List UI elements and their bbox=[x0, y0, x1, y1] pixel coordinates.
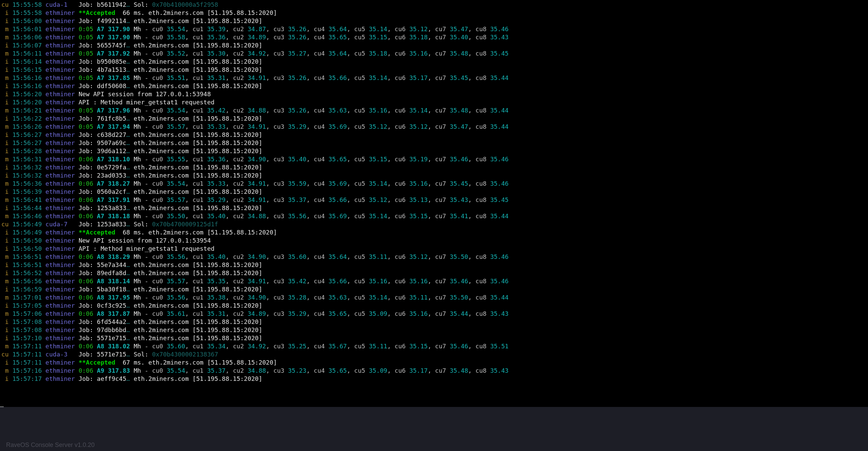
log-line: i 15:56:51 ethminer Job: 55e7a344… eth.2… bbox=[1, 261, 867, 269]
log-line: i 15:57:08 ethminer Job: 97dbb6bd… eth.2… bbox=[1, 326, 867, 334]
log-line: i 15:57:05 ethminer Job: 0cf3c925… eth.2… bbox=[1, 302, 867, 310]
log-line: i 15:56:27 ethminer Job: 9507a69c… eth.2… bbox=[1, 139, 867, 147]
log-line: i 15:56:28 ethminer Job: 39d6a112… eth.2… bbox=[1, 147, 867, 155]
footer-bar: RaveOS Console Server v1.0.20 bbox=[0, 407, 868, 451]
log-line: i 15:56:49 ethminer **Accepted 68 ms. et… bbox=[1, 228, 867, 237]
log-line: i 15:56:50 ethminer API : Method miner_g… bbox=[1, 245, 867, 253]
log-line: i 15:56:14 ethminer Job: b950085e… eth.2… bbox=[1, 58, 867, 66]
log-line: i 15:57:17 ethminer Job: aeff9c45… eth.2… bbox=[1, 375, 867, 383]
log-line: m 15:56:56 ethminer 0:06 A8 318.14 Mh - … bbox=[1, 277, 867, 285]
log-line: i 15:56:32 ethminer Job: 23ad0353… eth.2… bbox=[1, 171, 867, 180]
log-line: m 15:56:31 ethminer 0:06 A7 318.10 Mh - … bbox=[1, 155, 867, 163]
log-line: i 15:56:00 ethminer Job: f4992114… eth.2… bbox=[1, 17, 867, 25]
log-line: cu 15:55:58 cuda-1 Job: b5611942… Sol: 0… bbox=[1, 1, 867, 9]
log-line: m 15:56:46 ethminer 0:06 A7 318.18 Mh - … bbox=[1, 212, 867, 220]
log-line: i 15:56:44 ethminer Job: 1253a833… eth.2… bbox=[1, 204, 867, 212]
log-line: i 15:56:32 ethminer Job: 0e5729fa… eth.2… bbox=[1, 163, 867, 171]
miner-log-terminal[interactable]: cu 15:55:58 cuda-1 Job: b5611942… Sol: 0… bbox=[0, 0, 868, 407]
log-line: m 15:56:06 ethminer 0:05 A7 317.90 Mh - … bbox=[1, 33, 867, 41]
log-line: m 15:57:01 ethminer 0:06 A8 317.95 Mh - … bbox=[1, 293, 867, 302]
log-line: m 15:56:26 ethminer 0:05 A7 317.94 Mh - … bbox=[1, 123, 867, 131]
log-line: i 15:56:16 ethminer Job: ddf50608… eth.2… bbox=[1, 82, 867, 90]
log-line: i 15:56:22 ethminer Job: 761fc8b5… eth.2… bbox=[1, 115, 867, 123]
log-line: m 15:56:36 ethminer 0:06 A7 318.27 Mh - … bbox=[1, 180, 867, 188]
log-line: i 15:57:11 ethminer **Accepted 67 ms. et… bbox=[1, 358, 867, 367]
log-line: i 15:56:20 ethminer New API session from… bbox=[1, 90, 867, 98]
log-line: i 15:55:58 ethminer **Accepted 66 ms. et… bbox=[1, 9, 867, 17]
footer-text: RaveOS Console Server v1.0.20 bbox=[6, 442, 95, 448]
log-line: i 15:56:15 ethminer Job: 4b7a1513… eth.2… bbox=[1, 66, 867, 74]
log-line: i 15:56:20 ethminer API : Method miner_g… bbox=[1, 98, 867, 106]
log-line: m 15:56:41 ethminer 0:06 A7 317.91 Mh - … bbox=[1, 196, 867, 204]
log-line: cu 15:57:11 cuda-3 Job: 5571e715… Sol: 0… bbox=[1, 350, 867, 358]
log-line: m 15:57:16 ethminer 0:06 A9 317.83 Mh - … bbox=[1, 367, 867, 375]
log-line: m 15:56:21 ethminer 0:05 A7 317.96 Mh - … bbox=[1, 106, 867, 115]
log-line: m 15:57:11 ethminer 0:06 A8 318.02 Mh - … bbox=[1, 342, 867, 350]
log-line: i 15:57:10 ethminer Job: 5571e715… eth.2… bbox=[1, 334, 867, 342]
log-line: m 15:56:16 ethminer 0:05 A7 317.85 Mh - … bbox=[1, 74, 867, 82]
log-line: m 15:56:11 ethminer 0:05 A7 317.92 Mh - … bbox=[1, 49, 867, 58]
log-line: i 15:56:07 ethminer Job: 5655745f… eth.2… bbox=[1, 41, 867, 49]
log-line: i 15:56:59 ethminer Job: 5ba30f18… eth.2… bbox=[1, 285, 867, 293]
log-line: cu 15:56:49 cuda-7 Job: 1253a833… Sol: 0… bbox=[1, 220, 867, 228]
log-line: m 15:56:01 ethminer 0:05 A7 317.90 Mh - … bbox=[1, 25, 867, 33]
log-line: i 15:56:52 ethminer Job: 89edfa8d… eth.2… bbox=[1, 269, 867, 277]
log-line: i 15:56:27 ethminer Job: c638d227… eth.2… bbox=[1, 131, 867, 139]
log-line: m 15:56:51 ethminer 0:06 A8 318.29 Mh - … bbox=[1, 253, 867, 261]
log-line: i 15:56:50 ethminer New API session from… bbox=[1, 237, 867, 245]
log-line: i 15:56:39 ethminer Job: 0560a2cf… eth.2… bbox=[1, 188, 867, 196]
log-line: i 15:57:08 ethminer Job: 6fd544a2… eth.2… bbox=[1, 318, 867, 326]
log-line: m 15:57:06 ethminer 0:06 A8 317.87 Mh - … bbox=[1, 310, 867, 318]
